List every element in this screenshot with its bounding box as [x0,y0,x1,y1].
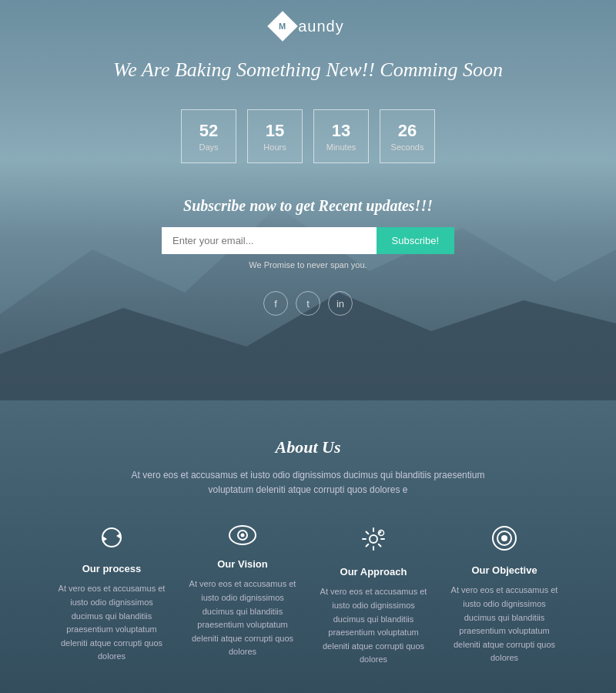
feature-vision: Our Vision At vero eos et accusamus et i… [177,525,308,667]
feature-approach-text: At vero eos et accusamus et iusto odio d… [316,585,431,667]
feature-approach: Our Approach At vero eos et accusamus et… [308,525,439,667]
feature-process-text: At vero eos et accusamus et iusto odio d… [54,582,169,664]
svg-point-4 [241,534,245,537]
subscribe-title: Subscribe now to get Recent updates!!! [183,197,433,215]
logo-letter: M [280,22,286,31]
seconds-value: 26 [398,121,417,141]
target-icon [491,525,517,555]
seconds-label: Seconds [391,142,424,152]
svg-point-5 [370,535,377,543]
logo-wrap: M aundy [272,15,344,37]
countdown-timer: 52 Days 15 Hours 13 Minutes 26 Seconds [181,109,435,163]
twitter-icon[interactable]: t [296,291,320,316]
about-title: About Us [276,437,341,457]
social-icons-row: f t in [263,291,353,316]
countdown-seconds: 26 Seconds [380,109,435,163]
hero-section: M aundy We Are Baking Something New!! Co… [0,0,616,400]
feature-objective: Our Objective At vero eos et accusamus e… [439,525,570,667]
hours-value: 15 [266,121,284,141]
feature-approach-title: Our Approach [340,566,407,578]
refresh-icon [99,525,124,554]
countdown-days: 52 Days [181,109,236,163]
hours-label: Hours [263,142,286,152]
eye-icon [229,525,256,549]
about-section: About Us At vero eos et accusamus et ius… [0,400,616,693]
feature-process-title: Our process [82,563,142,574]
feature-vision-title: Our Vision [217,558,268,570]
email-input[interactable] [162,227,377,254]
countdown-hours: 15 Hours [247,109,303,163]
logo-diamond: M [267,11,298,42]
subscribe-form: Subscribe! [162,227,454,254]
svg-marker-1 [102,536,107,542]
svg-point-9 [501,535,507,541]
feature-process: Our process At vero eos et accusamus et … [46,525,177,667]
minutes-label: Minutes [326,142,357,152]
about-description: At vero eos et accusamus et iusto odio d… [116,468,500,497]
feature-objective-text: At vero eos et accusamus et iusto odio d… [447,584,562,665]
subscribe-button[interactable]: Subscribe! [377,227,454,254]
feature-vision-text: At vero eos et accusamus et iusto odio d… [185,578,300,659]
subscribe-section: Subscribe now to get Recent updates!!! S… [162,197,454,270]
minutes-value: 13 [332,121,350,141]
linkedin-icon[interactable]: in [328,291,353,316]
features-row: Our process At vero eos et accusamus et … [46,525,570,667]
days-value: 52 [199,121,218,141]
countdown-minutes: 13 Minutes [313,109,369,163]
page-headline: We Are Baking Something New!! Comming So… [113,59,503,82]
facebook-icon[interactable]: f [263,291,288,316]
logo-name: aundy [298,18,344,35]
days-label: Days [199,142,218,152]
settings-icon [360,525,387,557]
subscribe-note: We Promise to never span you. [249,260,367,270]
feature-objective-title: Our Objective [471,564,537,576]
